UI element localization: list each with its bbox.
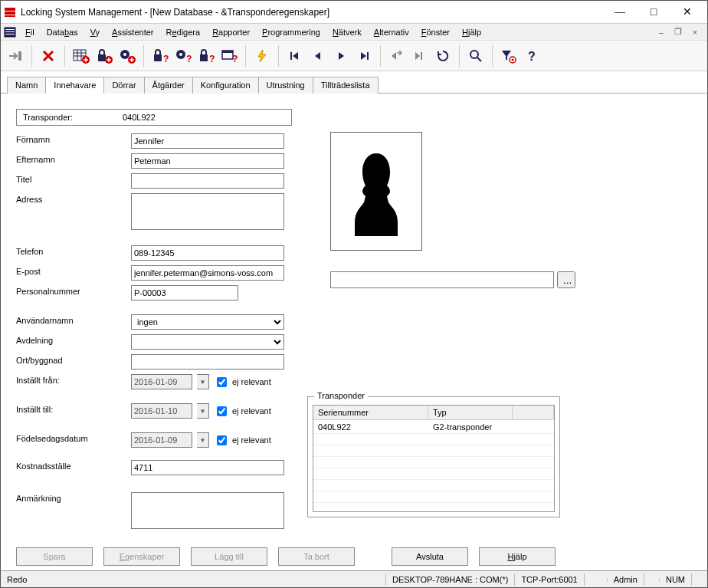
dept-label: Avdelning <box>16 334 131 345</box>
transponder-list-header: Serienummer Typ <box>313 406 554 420</box>
tb-skip-back-icon[interactable] <box>385 44 408 67</box>
menu-alternativ[interactable]: Alternativ <box>368 26 415 38</box>
menu-hjalp[interactable]: Hjälp <box>456 26 487 38</box>
transponder-list[interactable]: Serienummer Typ 040L922 G2-transponder <box>313 405 555 512</box>
tb-lock-help-icon[interactable]: ? <box>149 44 172 67</box>
to-irrelevant-checkbox[interactable] <box>217 406 227 416</box>
transponder-group: Transponder Serienummer Typ 040L922 G2-t… <box>307 396 560 517</box>
tab-atgarder[interactable]: Åtgärder <box>144 77 193 94</box>
email-input[interactable] <box>131 265 284 281</box>
tb-skip-fwd-icon[interactable] <box>408 44 431 67</box>
svg-point-32 <box>470 51 478 58</box>
help-button[interactable]: Hjälp <box>479 547 556 566</box>
address-label: Adress <box>16 193 131 204</box>
menu-programmering[interactable]: Programmering <box>256 26 326 38</box>
mdi-restore-button[interactable]: ❐ <box>672 26 684 38</box>
status-port: TCP-Port:6001 <box>515 573 584 586</box>
tb-flash-icon[interactable] <box>251 44 274 67</box>
title-input[interactable] <box>131 173 284 189</box>
add-button[interactable]: Lägg till <box>191 547 267 566</box>
svg-rect-0 <box>5 8 15 11</box>
col-empty[interactable] <box>513 406 554 419</box>
bday-irrelevant-checkbox[interactable] <box>217 435 227 445</box>
menu-natverk[interactable]: Nätverk <box>326 26 368 38</box>
transponder-header: Transponder: 040L922 <box>16 109 292 126</box>
status-bar: Redo DESKTOP-789HANE : COM(*) TCP-Port:6… <box>1 570 707 587</box>
svg-rect-6 <box>5 34 15 34</box>
to-date-dropdown[interactable]: ▼ <box>197 403 209 419</box>
tab-utrustning[interactable]: Utrustning <box>258 77 313 94</box>
delete-button[interactable]: Ta bort <box>278 547 355 566</box>
mdi-close-button[interactable]: × <box>689 26 701 38</box>
menu-fonster[interactable]: Fönster <box>415 26 456 38</box>
menu-assistenter[interactable]: Assistenter <box>106 26 159 38</box>
svg-text:?: ? <box>232 54 238 64</box>
tb-next-icon[interactable] <box>329 44 352 67</box>
menu-fil[interactable]: Fil <box>19 26 41 38</box>
bday-irrelevant-label: ej relevant <box>232 435 271 445</box>
cell-serial: 040L922 <box>313 422 428 432</box>
tb-transponder-help-icon[interactable]: ? <box>172 44 195 67</box>
tab-dorrar[interactable]: Dörrar <box>103 77 144 94</box>
note-input[interactable] <box>131 492 284 529</box>
maximize-button[interactable]: □ <box>637 2 670 23</box>
menu-bar: Fil Databas Vy Assistenter Redigera Rapp… <box>1 24 707 41</box>
menu-databas[interactable]: Databas <box>41 26 84 38</box>
from-date-dropdown[interactable]: ▼ <box>197 374 209 389</box>
tb-refresh-icon[interactable] <box>431 44 454 67</box>
minimize-button[interactable]: — <box>603 2 637 23</box>
svg-rect-1 <box>5 11 15 15</box>
properties-button[interactable]: Egenskaper <box>103 547 180 566</box>
close-button[interactable]: ✕ <box>670 2 704 23</box>
tb-last-icon[interactable] <box>352 44 375 67</box>
bday-date-dropdown[interactable]: ▼ <box>197 432 209 448</box>
phone-input[interactable] <box>131 245 284 261</box>
mdi-controls: – ❐ × <box>655 26 704 38</box>
photo-path-row: ... <box>330 271 575 288</box>
loc-input[interactable] <box>131 354 284 370</box>
exit-button[interactable]: Avsluta <box>392 547 468 566</box>
svg-text:?: ? <box>186 54 192 64</box>
table-row[interactable]: 040L922 G2-transponder <box>313 420 554 434</box>
tab-konfiguration[interactable]: Konfiguration <box>192 77 259 94</box>
firstname-label: Förnamn <box>16 133 131 144</box>
transponder-header-value: 040L922 <box>123 113 156 122</box>
tb-app-help-icon[interactable]: ? <box>218 44 241 67</box>
tb-matrix-add-icon[interactable] <box>70 44 93 67</box>
firstname-input[interactable] <box>131 133 284 149</box>
mdi-minimize-button[interactable]: – <box>655 26 667 38</box>
tb-prev-icon[interactable] <box>306 44 329 67</box>
tb-first-icon[interactable] <box>284 44 306 67</box>
tb-filter-settings-icon[interactable] <box>497 44 520 67</box>
from-irrelevant-checkbox[interactable] <box>217 377 227 387</box>
tb-login-icon[interactable] <box>4 44 27 67</box>
tb-transponder-add-icon[interactable] <box>116 44 139 67</box>
bday-date-input <box>131 432 192 448</box>
tab-innehavare[interactable]: Innehavare <box>45 77 104 94</box>
tb-lock2-help-icon[interactable]: ? <box>195 44 218 67</box>
menu-rapporter[interactable]: Rapporter <box>206 26 256 38</box>
tab-tilltradeslista[interactable]: Tillträdeslista <box>313 77 379 94</box>
pno-input[interactable] <box>131 285 238 301</box>
photo-browse-button[interactable]: ... <box>557 271 575 288</box>
lastname-input[interactable] <box>131 153 284 169</box>
col-serial[interactable]: Serienummer <box>313 406 428 419</box>
tb-help-icon[interactable]: ? <box>520 44 543 67</box>
from-label: Inställt från: <box>16 374 131 385</box>
save-button[interactable]: Spara <box>16 547 93 566</box>
address-input[interactable] <box>131 193 284 230</box>
menu-redigera[interactable]: Redigera <box>159 26 206 38</box>
tb-lock-add-icon[interactable] <box>93 44 116 67</box>
tb-delete-icon[interactable] <box>37 44 60 67</box>
dept-select[interactable] <box>131 334 284 350</box>
tb-search-icon[interactable] <box>464 44 487 67</box>
cc-input[interactable] <box>131 460 284 475</box>
tab-namn[interactable]: Namn <box>7 77 46 94</box>
window-title: Locking System Management - [New Databas… <box>21 7 603 18</box>
loc-label: Ort/byggnad <box>16 354 131 365</box>
col-type[interactable]: Typ <box>428 406 513 419</box>
menu-vy[interactable]: Vy <box>84 26 106 38</box>
photo-path-input[interactable] <box>330 271 554 288</box>
svg-rect-2 <box>5 15 15 17</box>
username-select[interactable]: ingen <box>131 314 284 330</box>
